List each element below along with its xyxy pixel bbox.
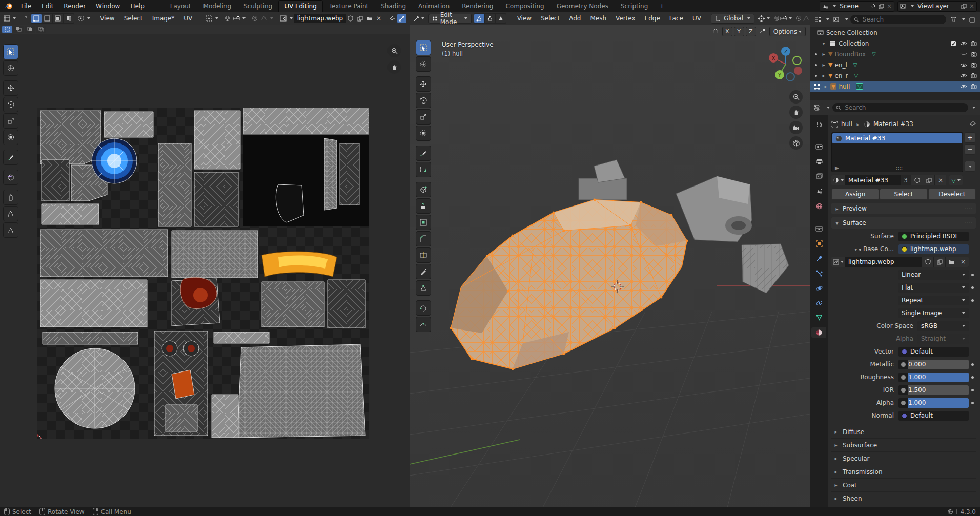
alpha-slider[interactable]: 1.000 (898, 398, 969, 408)
tool-settings-icon[interactable] (413, 14, 420, 23)
falloff-curve-icon[interactable] (259, 14, 269, 23)
new-copy-icon[interactable] (879, 4, 884, 9)
uv-tool-transform[interactable] (3, 130, 18, 145)
outliner-row-collection[interactable]: ▾ Collection (810, 38, 980, 49)
breadcrumb-object[interactable]: hull (841, 120, 852, 128)
menu-window[interactable]: Window (91, 0, 125, 12)
panel-transmission[interactable]: ▸Transmission (831, 465, 976, 478)
outliner-row-boundbox[interactable]: ▸ ▼ BoundBox ▽ (810, 49, 980, 59)
extension-dropdown[interactable]: Repeat (898, 296, 969, 305)
uv-tool-select-box[interactable] (3, 44, 18, 59)
uv-menu-view[interactable]: View (95, 12, 119, 25)
decorator-dot[interactable] (971, 274, 974, 276)
add-workspace-button[interactable]: + (654, 0, 669, 12)
menu-help[interactable]: Help (125, 0, 149, 12)
open-image-folder-icon[interactable] (364, 14, 374, 23)
vp-tool-inset-faces[interactable] (416, 215, 431, 230)
ior-socket-icon[interactable] (898, 385, 908, 395)
roughness-socket-icon[interactable] (898, 373, 908, 382)
roughness-slider[interactable]: 1.000 (898, 373, 969, 382)
menu-edit[interactable]: Edit (36, 0, 58, 12)
metallic-socket-icon[interactable] (898, 360, 908, 369)
assign-button[interactable]: Assign (831, 189, 879, 200)
link-target-icon[interactable]: ▽ (949, 175, 963, 185)
decorator-dot[interactable] (971, 286, 974, 289)
new-copy-icon[interactable] (961, 4, 967, 9)
proportional-edit-icon[interactable] (250, 14, 259, 23)
uv-menu-select[interactable]: Select (119, 12, 148, 25)
menu-render[interactable]: Render (58, 0, 91, 12)
fake-user-shield-icon[interactable] (911, 175, 923, 185)
vp-tool-scale[interactable] (416, 109, 431, 125)
sticky-select-icon[interactable] (76, 14, 86, 23)
uv-sync-select-icon[interactable] (19, 14, 28, 23)
properties-search-input[interactable] (844, 104, 965, 112)
tab-constraints[interactable] (812, 298, 826, 308)
menu-file[interactable]: File (16, 0, 36, 12)
uv-select-vertex-button[interactable] (31, 14, 42, 23)
outliner-display-mode-icon[interactable] (812, 15, 823, 24)
camera-render-icon[interactable] (970, 84, 978, 89)
base-color-image-button[interactable]: lightmap.webp (898, 244, 969, 254)
vp-tool-spin[interactable] (416, 300, 431, 316)
camera-render-icon[interactable] (970, 62, 978, 68)
eye-icon[interactable] (959, 63, 968, 68)
deselect-button[interactable]: Deselect (928, 189, 976, 200)
image-browse-icon[interactable] (278, 14, 288, 23)
uv-tool-scale[interactable] (3, 113, 18, 129)
collapse-icon[interactable]: ▾ (821, 40, 826, 46)
vp-tool-loop-cut[interactable] (416, 247, 431, 263)
vp-tool-extrude-region[interactable] (416, 198, 431, 214)
uv-tool-rotate[interactable] (3, 97, 18, 112)
copy-material-icon[interactable] (923, 175, 934, 185)
breadcrumb-material[interactable]: Material #33 (873, 120, 913, 128)
material-slot-list[interactable]: Material #33 ▶ :::: (831, 132, 963, 172)
pin-icon[interactable] (970, 121, 976, 127)
outliner-row-hull[interactable]: ▸ ▼ hull ▽ (810, 81, 980, 92)
decorator-dot[interactable] (971, 299, 974, 302)
drag-grip-icon[interactable]: :::: (896, 165, 903, 171)
tab-geometry-nodes[interactable]: Geometry Nodes (550, 0, 615, 12)
material-slot-row[interactable]: Material #33 (832, 133, 962, 143)
vp-menu-edge[interactable]: Edge (640, 12, 665, 25)
eye-icon[interactable] (959, 41, 968, 46)
tab-scripting[interactable]: Scripting (615, 0, 654, 12)
uv-tool-relax[interactable] (3, 206, 18, 221)
tab-uv-editing[interactable]: UV Editing (278, 0, 323, 12)
vp-ortho-toggle-icon[interactable] (789, 136, 803, 150)
select-button[interactable]: Select (880, 189, 927, 200)
vp-menu-view[interactable]: View (513, 12, 536, 25)
snap-target-icon[interactable] (780, 14, 787, 23)
browse-material-icon[interactable] (831, 175, 845, 185)
tab-particles[interactable] (812, 268, 826, 278)
camera-render-icon[interactable] (970, 73, 978, 78)
vertex-select-button[interactable] (474, 14, 484, 23)
vp-tool-poly-build[interactable] (416, 280, 431, 296)
tab-view-layer[interactable] (812, 171, 826, 181)
tab-sculpting[interactable]: Sculpting (237, 0, 278, 12)
unlink-image-icon[interactable]: × (374, 14, 383, 23)
tab-scene[interactable] (812, 186, 826, 196)
select-box-extend-icon[interactable] (13, 26, 24, 33)
vp-pan-hand-icon[interactable] (789, 106, 803, 119)
vp-tool-add-cube[interactable] (416, 182, 431, 197)
outliner-search-input[interactable] (862, 15, 943, 24)
uv-tool-annotate[interactable] (3, 150, 18, 165)
add-slot-button[interactable]: + (965, 132, 975, 143)
uv-select-island-button[interactable] (64, 14, 74, 23)
outliner-row-scene-collection[interactable]: Scene Collection (810, 27, 980, 38)
alpha-mode-dropdown[interactable]: Straight (917, 334, 969, 344)
open-image-folder-icon[interactable] (945, 257, 957, 267)
vp-menu-vertex[interactable]: Vertex (611, 12, 640, 25)
select-box-intersect-icon[interactable] (36, 26, 46, 33)
preview-panel-header[interactable]: ▸Preview:::: (831, 203, 976, 214)
tab-output[interactable] (812, 156, 826, 167)
tab-texture-paint[interactable]: Texture Paint (323, 0, 375, 12)
outliner-row-en-l[interactable]: ▸ ▼ en_l ▽ (810, 59, 980, 70)
vp-tool-annotate[interactable] (416, 146, 431, 161)
slot-specials-button[interactable] (965, 161, 975, 172)
uv-menu-image[interactable]: Image* (148, 12, 179, 25)
uv-select-edge-button[interactable] (42, 14, 52, 23)
eye-icon[interactable] (959, 73, 968, 78)
expand-icon[interactable]: ▸ (821, 62, 826, 68)
